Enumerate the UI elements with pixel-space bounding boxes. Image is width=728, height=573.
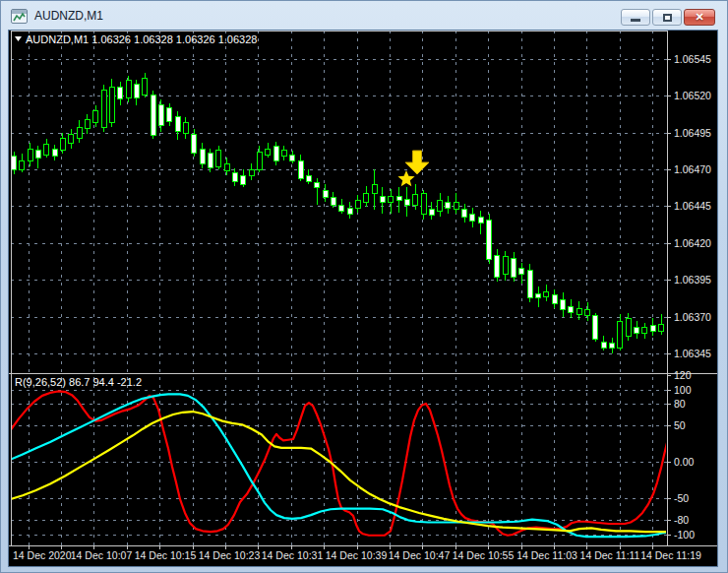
candle-body bbox=[585, 310, 590, 316]
indicator-level-label: 120 bbox=[674, 369, 692, 381]
indicator-legend: R(9,26,52) 86.7 94.4 -21.2 bbox=[15, 376, 142, 388]
candle-body bbox=[60, 139, 65, 151]
candle-body bbox=[331, 198, 335, 205]
candle-body bbox=[266, 149, 271, 155]
time-axis-label: 14 Dec 10:15 bbox=[135, 549, 197, 561]
candle-body bbox=[315, 183, 320, 187]
candle-body bbox=[355, 201, 360, 208]
time-axis-label: 14 Dec 10:39 bbox=[326, 549, 388, 561]
chart-objects bbox=[397, 151, 429, 186]
candle-body bbox=[487, 220, 492, 259]
candle-body bbox=[454, 202, 458, 209]
candle-body bbox=[241, 175, 246, 184]
candle-body bbox=[126, 80, 131, 97]
candle-body bbox=[158, 105, 163, 126]
candle-body bbox=[175, 117, 180, 132]
price-axis-label: 1.06370 bbox=[674, 311, 711, 323]
symbol-legend: AUDNZD,M1 1.06326 1.06328 1.06326 1.0632… bbox=[26, 33, 257, 45]
restore-button[interactable] bbox=[652, 9, 682, 26]
candle-body bbox=[12, 157, 17, 169]
price-axis-label: 1.06345 bbox=[674, 348, 711, 359]
time-axis-label: 14 Dec 11:11 bbox=[580, 549, 640, 561]
chart-window-icon bbox=[11, 9, 28, 24]
candle-body bbox=[44, 145, 49, 155]
candle-body bbox=[642, 327, 647, 333]
yellow-line bbox=[11, 412, 667, 532]
candle-body bbox=[536, 293, 541, 297]
price-axis: 1.065451.065201.064951.064701.064451.064… bbox=[667, 53, 711, 359]
candle-body bbox=[143, 79, 148, 95]
candle-body bbox=[290, 155, 295, 160]
candle-body bbox=[470, 214, 475, 221]
candle-body bbox=[519, 269, 524, 275]
candle-body bbox=[35, 151, 40, 158]
candle-body bbox=[552, 295, 557, 304]
title-bar[interactable]: AUDNZD,M1 ✕ bbox=[1, 1, 727, 31]
candle-body bbox=[118, 88, 123, 99]
chart-window: AUDNZD,M1 ✕ 1.065451.065201.064951.06470… bbox=[0, 0, 728, 573]
time-axis-label: 14 Dec 10:55 bbox=[453, 549, 515, 561]
candle-body bbox=[20, 160, 25, 169]
indicator-level-label: 0.00 bbox=[674, 456, 695, 468]
candle-body bbox=[561, 299, 566, 309]
price-axis-label: 1.06495 bbox=[674, 127, 711, 139]
candle-body bbox=[478, 217, 483, 223]
candle-body bbox=[28, 149, 32, 160]
candle-body bbox=[593, 316, 598, 340]
close-icon: ✕ bbox=[695, 12, 703, 23]
candle-body bbox=[372, 184, 377, 193]
candle-body bbox=[635, 327, 639, 333]
window-title: AUDNZD,M1 bbox=[34, 9, 103, 23]
time-axis: 14 Dec 202014 Dec 10:0714 Dec 10:1514 De… bbox=[13, 549, 701, 561]
candle-body bbox=[421, 193, 426, 214]
time-axis-label: 14 Dec 10:23 bbox=[199, 549, 261, 561]
candle-body bbox=[69, 134, 74, 143]
sell-arrow-icon[interactable] bbox=[405, 151, 429, 174]
panel-borders bbox=[9, 31, 717, 545]
candle-body bbox=[347, 208, 352, 214]
candle-body bbox=[495, 255, 500, 277]
indicator-axis: 12010080500.00-50-80-100 bbox=[667, 369, 695, 541]
candle-body bbox=[257, 152, 262, 169]
candle-body bbox=[216, 151, 221, 166]
candle-body bbox=[306, 175, 311, 181]
candle-body bbox=[232, 172, 237, 181]
candle-body bbox=[200, 149, 205, 163]
time-axis-label: 14 Dec 11:19 bbox=[640, 549, 701, 561]
candle-body bbox=[650, 326, 655, 332]
candle-body bbox=[512, 258, 516, 277]
close-button[interactable]: ✕ bbox=[684, 9, 715, 26]
indicator-level-label: 80 bbox=[674, 398, 686, 410]
candle-body bbox=[298, 160, 303, 178]
minimize-button[interactable] bbox=[621, 9, 650, 26]
candle-body bbox=[569, 307, 574, 313]
candle-body bbox=[208, 154, 212, 168]
indicator-series bbox=[11, 391, 667, 537]
candle-body bbox=[413, 195, 418, 205]
candlestick-series bbox=[12, 73, 664, 354]
price-axis-label: 1.06520 bbox=[674, 90, 711, 101]
candle-body bbox=[273, 146, 278, 160]
minimize-icon bbox=[631, 19, 640, 22]
candle-body bbox=[429, 210, 434, 216]
candle-body bbox=[618, 321, 623, 348]
time-axis-label: 14 Dec 10:47 bbox=[389, 549, 451, 561]
candle-body bbox=[601, 342, 606, 348]
candle-body bbox=[396, 196, 401, 200]
star-icon[interactable] bbox=[397, 170, 414, 186]
price-axis-label: 1.06445 bbox=[674, 200, 711, 212]
time-axis-label: 14 Dec 2020 bbox=[13, 549, 72, 561]
indicator-level-label: -50 bbox=[674, 492, 689, 504]
candle-body bbox=[626, 318, 631, 336]
time-axis-label: 14 Dec 11:03 bbox=[516, 549, 577, 561]
candle-body bbox=[438, 201, 443, 211]
time-axis-label: 14 Dec 10:07 bbox=[71, 549, 133, 561]
candle-body bbox=[224, 163, 229, 170]
candle-body bbox=[339, 205, 344, 211]
chart-canvas[interactable]: 1.065451.065201.064951.064701.064451.064… bbox=[9, 31, 717, 566]
chart-client-area: 1.065451.065201.064951.064701.064451.064… bbox=[9, 31, 717, 566]
collapse-triangle-icon[interactable] bbox=[15, 36, 22, 41]
candle-body bbox=[151, 95, 155, 136]
candle-body bbox=[364, 193, 369, 202]
candle-body bbox=[77, 127, 82, 139]
